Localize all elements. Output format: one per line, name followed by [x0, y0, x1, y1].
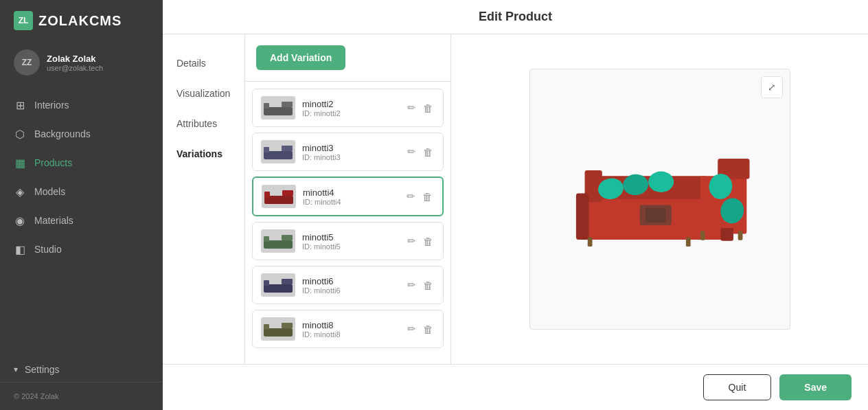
sidebar: ZL ZOLAKCMS ZZ Zolak Zolak user@zolak.te… [0, 0, 163, 410]
svg-rect-13 [264, 280, 269, 286]
variation-actions: ✏ 🗑 [406, 234, 435, 249]
svg-point-31 [648, 172, 674, 192]
svg-rect-23 [575, 194, 589, 240]
sidebar-item-label: Interiors [34, 100, 69, 111]
svg-rect-10 [264, 236, 269, 242]
save-button[interactable]: Save [779, 374, 852, 400]
variation-actions: ✏ 🗑 [406, 144, 435, 159]
models-icon: ◈ [14, 185, 26, 198]
svg-rect-26 [685, 238, 690, 247]
variation-thumb [261, 273, 295, 297]
variation-name: minotti3 [302, 143, 399, 153]
variation-info: minotti5 ID: minotti5 [302, 232, 399, 251]
variation-actions: ✏ 🗑 [406, 100, 435, 115]
delete-icon[interactable]: 🗑 [422, 234, 435, 249]
sidebar-item-interiors[interactable]: ⊞ Interiors [0, 91, 163, 119]
tabs-panel: Details Visualization Attributes Variati… [163, 34, 245, 364]
variation-thumb [261, 317, 295, 341]
quit-button[interactable]: Quit [703, 374, 772, 400]
user-email: user@zolak.tech [47, 64, 103, 72]
studio-icon: ◧ [14, 243, 26, 255]
variation-item-minotti3[interactable]: minotti3 ID: minotti3 ✏ 🗑 [252, 133, 444, 171]
edit-icon[interactable]: ✏ [406, 277, 418, 293]
sofa-preview [550, 124, 770, 275]
svg-rect-28 [738, 231, 742, 240]
variation-item-minotti8[interactable]: minotti8 ID: minotti8 ✏ 🗑 [252, 310, 444, 348]
svg-rect-35 [645, 208, 665, 223]
svg-rect-25 [587, 238, 592, 247]
logo-area: ZL ZOLAKCMS [0, 0, 163, 41]
variation-name: minotti6 [302, 276, 399, 286]
variation-id: ID: minotti3 [302, 153, 399, 161]
variation-actions: ✏ 🗑 [405, 189, 434, 204]
variation-item-minotti5[interactable]: minotti5 ID: minotti5 ✏ 🗑 [252, 222, 444, 260]
delete-icon[interactable]: 🗑 [422, 278, 435, 293]
variation-id: ID: minotti4 [303, 198, 398, 206]
sidebar-item-models[interactable]: ◈ Models [0, 177, 163, 206]
sidebar-item-studio[interactable]: ◧ Studio [0, 235, 163, 264]
delete-icon[interactable]: 🗑 [422, 145, 435, 159]
sidebar-item-backgrounds[interactable]: ⬡ Backgrounds [0, 119, 163, 148]
variation-thumb [261, 96, 295, 119]
tab-attributes[interactable]: Attributes [163, 109, 244, 139]
avatar: ZZ [14, 49, 40, 76]
svg-rect-27 [700, 231, 705, 240]
variation-info: minotti3 ID: minotti3 [302, 143, 399, 161]
svg-rect-14 [282, 279, 293, 284]
variation-actions: ✏ 🗑 [406, 277, 435, 293]
add-variation-button[interactable]: Add Variation [256, 45, 345, 70]
edit-icon[interactable]: ✏ [405, 189, 417, 204]
delete-icon[interactable]: 🗑 [421, 190, 434, 204]
tab-details[interactable]: Details [163, 48, 244, 78]
page-title: Edit Product [479, 10, 552, 24]
variation-name: minotti8 [302, 320, 399, 330]
sidebar-item-materials[interactable]: ◉ Materials [0, 206, 163, 235]
variation-info: minotti2 ID: minotti2 [302, 99, 399, 117]
backgrounds-icon: ⬡ [14, 128, 26, 140]
user-name: Zolak Zolak [47, 54, 103, 64]
tab-variations[interactable]: Variations [163, 139, 244, 169]
variations-list: minotti2 ID: minotti2 ✏ 🗑 [245, 82, 450, 364]
nav-items: ⊞ Interiors ⬡ Backgrounds ▦ Products ◈ M… [0, 84, 163, 357]
variation-info: minotti6 ID: minotti6 [302, 276, 399, 295]
products-icon: ▦ [14, 157, 26, 169]
settings-item[interactable]: ▾ Settings [0, 357, 163, 382]
page-footer: Quit Save [163, 364, 868, 410]
variation-item-minotti4[interactable]: minotti4 ID: minotti4 ✏ 🗑 [252, 176, 444, 216]
variation-info: minotti8 ID: minotti8 [302, 320, 399, 339]
variation-id: ID: minotti5 [302, 242, 399, 251]
expand-button[interactable]: ⤢ [761, 76, 783, 98]
svg-rect-7 [264, 192, 270, 197]
variation-item-minotti2[interactable]: minotti2 ID: minotti2 ✏ 🗑 [252, 89, 444, 127]
copyright-text: © 2024 Zolak [14, 392, 59, 400]
variation-id: ID: minotti6 [302, 286, 399, 295]
variation-name: minotti2 [302, 99, 399, 109]
variations-panel: Add Variation minotti2 ID: minotti2 [245, 34, 451, 364]
delete-icon[interactable]: 🗑 [422, 322, 435, 337]
sidebar-footer: © 2024 Zolak [0, 382, 163, 410]
edit-icon[interactable]: ✏ [406, 321, 418, 337]
sidebar-item-label: Products [34, 157, 72, 168]
variations-header: Add Variation [245, 34, 450, 82]
variation-thumb [262, 185, 296, 208]
svg-rect-24 [720, 228, 733, 241]
variation-name: minotti4 [303, 187, 398, 198]
preview-panel: ⤢ [451, 34, 868, 364]
variation-actions: ✏ 🗑 [406, 321, 435, 337]
variation-thumb [261, 140, 295, 163]
variation-item-minotti6[interactable]: minotti6 ID: minotti6 ✏ 🗑 [252, 266, 444, 304]
edit-icon[interactable]: ✏ [406, 144, 418, 159]
materials-icon: ◉ [14, 214, 26, 227]
svg-rect-1 [264, 103, 269, 109]
variation-id: ID: minotti2 [302, 109, 399, 117]
logo-icon: ZL [14, 11, 33, 30]
svg-rect-16 [264, 324, 269, 330]
delete-icon[interactable]: 🗑 [422, 101, 435, 115]
edit-icon[interactable]: ✏ [406, 234, 418, 249]
interiors-icon: ⊞ [14, 99, 26, 111]
tab-visualization[interactable]: Visualization [163, 78, 244, 109]
svg-rect-4 [264, 147, 269, 152]
edit-icon[interactable]: ✏ [406, 100, 418, 115]
variation-info: minotti4 ID: minotti4 [303, 187, 398, 206]
sidebar-item-products[interactable]: ▦ Products [0, 148, 163, 177]
